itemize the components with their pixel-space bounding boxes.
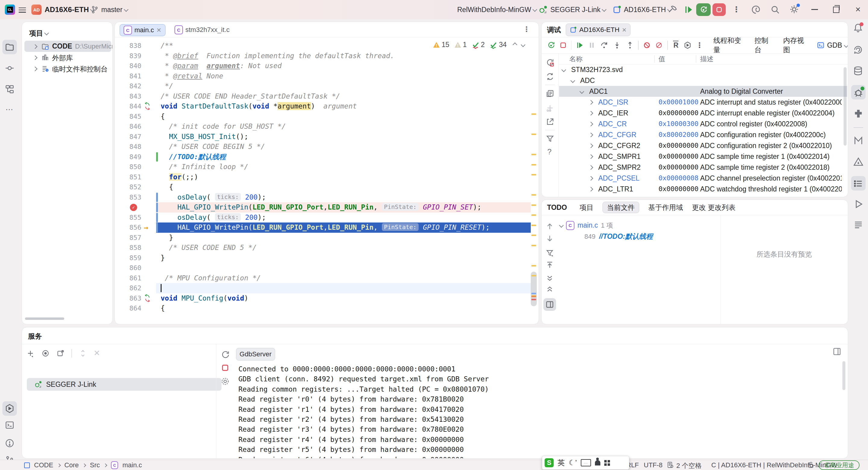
expander-icon[interactable]: [580, 89, 584, 94]
sogou-ime-icon[interactable]: S: [545, 458, 554, 467]
line-number[interactable]: 864: [115, 303, 141, 314]
expander-icon[interactable]: [589, 187, 593, 192]
license-badge[interactable]: 非商业用途: [818, 460, 860, 470]
stripe-mark-warning[interactable]: [531, 265, 536, 266]
step-into-icon[interactable]: [613, 41, 621, 50]
register-row-ADC_SMPR2[interactable]: ADC_SMPR20x00000000ADC sample time regis…: [559, 162, 847, 173]
close-icon[interactable]: ✕: [622, 27, 627, 33]
ime-toolbox-icon[interactable]: [604, 460, 610, 466]
register-row-ADC_CFGR[interactable]: ADC_CFGR0x80002000ADC configuration regi…: [559, 129, 847, 140]
sync-icon[interactable]: [546, 72, 555, 81]
line-number[interactable]: 843: [115, 91, 141, 101]
tab-main-c[interactable]: C main.c ✕: [120, 24, 165, 36]
collapse-all-icon[interactable]: [546, 285, 554, 293]
add-svd-icon[interactable]: [546, 104, 555, 113]
expander-icon[interactable]: [589, 111, 593, 116]
problems-tool-icon[interactable]: [5, 438, 14, 448]
line-number[interactable]: 848: [115, 142, 141, 152]
code-line-854[interactable]: ✓ HAL_GPIO_WritePin(LED_RUN_GPIO_Port,LE…: [115, 202, 538, 212]
register-tree[interactable]: STM32H723.svdADCADC1Analog to Digital Co…: [559, 64, 847, 197]
console-tab-gdbserver[interactable]: GdbServer: [236, 348, 275, 360]
rerun-debug-icon[interactable]: [547, 41, 555, 50]
code-line-853[interactable]: 853 osDelay( ticks: 200);: [115, 192, 538, 203]
todo-tab-project[interactable]: 项目: [580, 203, 593, 212]
breakpoint-icon[interactable]: ✓: [130, 204, 137, 211]
next-todo-icon[interactable]: [546, 234, 554, 243]
project-tool-icon[interactable]: [5, 42, 14, 52]
editor-scrollbar-thumb[interactable]: [531, 272, 537, 306]
console-line[interactable]: Read register 'r1' (4 bytes) from hardwa…: [239, 405, 836, 414]
stop-service-icon[interactable]: [221, 363, 229, 372]
todo-tool-icon[interactable]: [853, 178, 864, 189]
line-number[interactable]: 857: [115, 233, 141, 243]
breadcrumb-item[interactable]: Src: [90, 461, 100, 469]
expander-icon[interactable]: [589, 165, 593, 170]
code-line-851[interactable]: 851 for(;;): [115, 172, 538, 182]
line-number[interactable]: 839: [115, 51, 141, 61]
project-selector[interactable]: AD16X6-ETH: [44, 5, 94, 14]
line-number[interactable]: 841: [115, 71, 141, 81]
export-icon[interactable]: [546, 117, 555, 126]
expander-icon[interactable]: [559, 223, 564, 228]
code-line-848[interactable]: 848 /* USER CODE BEGIN 5 */: [115, 142, 538, 152]
code-line-850[interactable]: 850 /* Infinite loop */: [115, 162, 538, 172]
code-line-857[interactable]: 857 }: [115, 233, 538, 243]
horizontal-scrollbar[interactable]: [25, 318, 64, 320]
pause-program-icon[interactable]: [588, 41, 595, 50]
window-restore-button[interactable]: [833, 7, 839, 13]
expander-icon[interactable]: [589, 122, 593, 127]
branch-selector[interactable]: master: [101, 6, 128, 14]
run-tool-icon[interactable]: [853, 199, 864, 209]
code-line-859[interactable]: 859}: [115, 253, 538, 263]
console-line[interactable]: GDB client (conn. 8492) requested target…: [239, 374, 836, 384]
stop-debug-icon[interactable]: [559, 41, 567, 50]
ime-user-icon[interactable]: [595, 460, 600, 466]
stop-button[interactable]: [712, 3, 726, 16]
more-tools-icon[interactable]: ⋯: [5, 105, 14, 114]
line-number[interactable]: 853: [115, 192, 141, 203]
service-row-segger-jlink[interactable]: SEGGER J-Link: [27, 378, 221, 391]
code-line-862[interactable]: 862: [115, 283, 538, 293]
stripe-mark-warning[interactable]: [531, 275, 536, 276]
prev-issue-icon[interactable]: [513, 42, 518, 47]
stripe-mark-warning[interactable]: [531, 235, 536, 236]
plugin-tool-icon[interactable]: [853, 109, 864, 119]
console-line[interactable]: Reading common registers: ...Target halt…: [239, 384, 836, 394]
restart-debug-button[interactable]: [696, 3, 711, 16]
register-row-STM32H723.svd[interactable]: STM32H723.svd: [559, 64, 847, 75]
expander-icon[interactable]: [589, 154, 593, 159]
line-number[interactable]: 859: [115, 253, 141, 263]
expand-all-icon[interactable]: [546, 274, 554, 283]
console-line[interactable]: Read register 'r0' (4 bytes) from hardwa…: [239, 394, 836, 404]
code-line-856[interactable]: 856→ HAL_GPIO_WritePin(LED_RUN_GPIO_Port…: [115, 223, 538, 233]
expander-icon[interactable]: [33, 67, 38, 71]
code-line-842[interactable]: 842 */: [115, 81, 538, 91]
triangle-a-tool-icon[interactable]: [853, 157, 864, 167]
goto-declaration-icons[interactable]: [144, 294, 151, 303]
preview-toggle-icon[interactable]: [546, 300, 554, 309]
line-number[interactable]: 846: [115, 121, 141, 132]
step-over-icon[interactable]: [600, 41, 608, 50]
tab-threads-variables[interactable]: 线程和变量: [713, 36, 744, 55]
col-name[interactable]: 名称: [569, 55, 583, 64]
line-number[interactable]: 844: [115, 101, 141, 112]
line-number[interactable]: 840: [115, 61, 141, 71]
line-number[interactable]: 851: [115, 172, 141, 182]
previous-todo-icon[interactable]: [546, 222, 554, 231]
register-scrollbar-thumb[interactable]: [844, 67, 846, 146]
tab-stm32h7xx-it-c[interactable]: C stm32h7xx_it.c: [171, 24, 233, 36]
build-config-selector[interactable]: RelWithDebInfo-MinGW: [457, 6, 536, 14]
m-tool-icon[interactable]: [853, 136, 864, 146]
mute-breakpoints-icon[interactable]: [643, 41, 651, 50]
inspections-widget[interactable]: 15 1 2 34: [431, 40, 527, 50]
line-number[interactable]: 852: [115, 182, 141, 192]
project-panel-title[interactable]: 项目: [29, 29, 48, 38]
console-line[interactable]: Read register 'r2' (4 bytes) from hardwa…: [239, 414, 836, 424]
notifications-bell-icon[interactable]: [853, 23, 863, 33]
code-line-839[interactable]: 839 * @brief Function implementing the d…: [115, 51, 538, 61]
line-number[interactable]: 845: [115, 112, 141, 122]
col-value[interactable]: 值: [658, 55, 665, 64]
ime-language-indicator[interactable]: 英: [558, 458, 565, 468]
breadcrumb-item[interactable]: main.c: [122, 461, 142, 469]
breadcrumb-item[interactable]: Core: [64, 461, 79, 469]
